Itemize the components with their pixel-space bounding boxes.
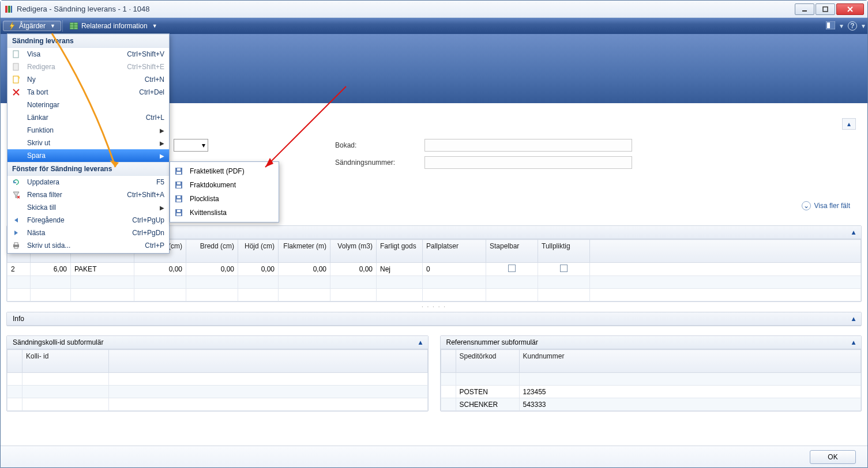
col-stapelbar[interactable]: Stapelbar: [486, 240, 538, 263]
col-farligt[interactable]: Farligt gods: [377, 240, 423, 263]
svg-rect-4: [823, 7, 828, 12]
svg-rect-27: [176, 213, 181, 216]
save-icon: [174, 167, 184, 176]
collapse-icon: ▴: [852, 315, 855, 323]
titlebar: Redigera - Sändning leverans - 1 · 1048: [1, 1, 867, 18]
col-kundnummer[interactable]: Kundnummer: [519, 350, 861, 373]
table-row[interactable]: [7, 289, 861, 301]
help-icon[interactable]: ?: [848, 21, 857, 31]
bokad-input[interactable]: [424, 139, 632, 152]
table-row[interactable]: 2 6,00 PAKET 0,00 0,00 0,00 0,00 0,00 Ne…: [7, 263, 861, 276]
maximize-button[interactable]: [816, 3, 835, 15]
menu-item-visa[interactable]: VisaCtrl+Shift+V: [7, 48, 169, 61]
page-icon: [11, 50, 21, 59]
svg-rect-19: [177, 168, 181, 171]
menu-item-skickatill[interactable]: Skicka till▶: [7, 201, 169, 214]
dropdown-field[interactable]: ▾: [174, 139, 208, 152]
menu-item-nasta[interactable]: NästaCtrl+PgDn: [7, 227, 169, 239]
menu-item-funktion[interactable]: Funktion▶: [7, 124, 169, 137]
svg-rect-24: [176, 199, 181, 202]
table-row[interactable]: [441, 373, 861, 386]
layout-icon[interactable]: [826, 21, 835, 31]
svg-rect-15: [14, 243, 18, 245]
submenu-item-plocklista[interactable]: Plocklista: [170, 192, 279, 206]
submenu-item-kvittenslista[interactable]: Kvittenslista: [170, 206, 279, 220]
actions-dropdown-menu: Sändning leverans VisaCtrl+Shift+V Redig…: [7, 33, 170, 254]
table-row[interactable]: [7, 276, 861, 289]
svg-rect-28: [177, 210, 181, 212]
sandningsnummer-input[interactable]: [424, 156, 632, 169]
ok-button[interactable]: OK: [810, 450, 856, 464]
referens-grid: Speditörkod Kundnummer POSTEN123455 SCHE…: [441, 349, 862, 411]
col-kolli-id[interactable]: Kolli- id: [22, 350, 109, 373]
submenu-label: Fraktetikett (PDF): [190, 167, 245, 175]
related-info-button[interactable]: Relaterad information ▼: [64, 21, 163, 31]
menu-item-skrivutsida[interactable]: Skriv ut sida...Ctrl+P: [7, 239, 169, 252]
sub2-header[interactable]: Referensnummer subformulär ▴: [441, 336, 862, 349]
svg-rect-2: [11, 6, 12, 13]
info-header[interactable]: Info ▴: [7, 312, 861, 326]
actions-label: Åtgärder: [19, 22, 46, 30]
window-buttons: [794, 3, 864, 15]
info-title: Info: [13, 315, 24, 323]
tullpliktig-checkbox[interactable]: [560, 265, 568, 272]
save-icon: [174, 194, 184, 203]
svg-rect-11: [13, 51, 18, 58]
edit-icon: [11, 62, 21, 71]
close-button[interactable]: [836, 3, 864, 15]
bolt-icon: [9, 22, 16, 30]
col-tullpliktig[interactable]: Tullpliktig: [538, 240, 590, 263]
col-bredd[interactable]: Bredd (cm): [186, 240, 238, 263]
menu-item-redigera[interactable]: RedigeraCtrl+Shift+E: [7, 61, 169, 73]
splitter-handle[interactable]: . . . . .: [6, 302, 862, 308]
spara-submenu: Fraktetikett (PDF) Fraktdokument Plockli…: [170, 161, 279, 222]
panel-collapse-button[interactable]: ▴: [842, 118, 856, 130]
col-pallplatser[interactable]: Pallplatser: [423, 240, 486, 263]
submenu-arrow-icon: ▶: [160, 140, 164, 146]
menu-item-foregaende[interactable]: FöregåendeCtrl+PgUp: [7, 214, 169, 227]
svg-rect-22: [177, 182, 181, 184]
submenu-item-fraktetikett[interactable]: Fraktetikett (PDF): [170, 164, 279, 178]
sub1-header[interactable]: Sändningskolli-id subformulär ▴: [7, 336, 428, 349]
svg-rect-1: [8, 6, 10, 13]
previous-icon: [11, 216, 21, 225]
menu-item-noteringar[interactable]: Noteringar: [7, 99, 169, 111]
ribbon-toolbar: Åtgärder ▼ Relaterad information ▼ ▾ ? ▾: [1, 18, 867, 34]
menu-item-rensafilter[interactable]: Rensa filterCtrl+Shift+A: [7, 188, 169, 201]
bokad-label: Bokad:: [335, 141, 424, 149]
submenu-item-fraktdokument[interactable]: Fraktdokument: [170, 178, 279, 192]
minimize-button[interactable]: [795, 3, 814, 15]
menu-item-uppdatera[interactable]: UppdateraF5: [7, 176, 169, 188]
print-icon: [11, 241, 21, 250]
svg-rect-18: [176, 172, 181, 174]
table-icon: [70, 22, 78, 29]
col-speditorkod[interactable]: Speditörkod: [456, 350, 519, 373]
menu-item-spara[interactable]: Spara▶: [7, 149, 169, 162]
sandningsnummer-label: Sändningsnummer:: [335, 158, 424, 167]
sub2-title: Referensnummer subformulär: [446, 338, 538, 346]
svg-rect-10: [827, 22, 830, 28]
show-more-fields-link[interactable]: ⌄ Visa fler fält: [802, 201, 850, 210]
caret-down-icon: ▼: [152, 23, 157, 29]
table-row[interactable]: SCHENKER543333: [441, 398, 861, 411]
caret-down-icon: ▼: [50, 23, 55, 29]
clear-filter-icon: [11, 190, 21, 199]
stapelbar-checkbox[interactable]: [508, 265, 516, 272]
menu-item-skrivut[interactable]: Skriv ut▶: [7, 137, 169, 149]
save-icon: [174, 208, 184, 217]
submenu-arrow-icon: ▶: [160, 127, 164, 134]
table-row[interactable]: [7, 398, 428, 411]
referensnummer-subform: Referensnummer subformulär ▴ Speditörkod…: [440, 335, 862, 412]
collapse-icon: ▴: [419, 338, 422, 346]
col-flakmeter[interactable]: Flakmeter (m): [279, 240, 330, 263]
col-volym[interactable]: Volym (m3): [330, 240, 377, 263]
menu-item-lankar[interactable]: LänkarCtrl+L: [7, 111, 169, 124]
table-row[interactable]: [7, 373, 428, 386]
table-row[interactable]: POSTEN123455: [441, 386, 861, 398]
table-row[interactable]: [7, 386, 428, 398]
col-hojd[interactable]: Höjd (cm): [238, 240, 279, 263]
actions-menu-button[interactable]: Åtgärder ▼: [3, 21, 61, 31]
menu-item-tabort[interactable]: Ta bortCtrl+Del: [7, 86, 169, 99]
menu-group-title: Sändning leverans: [7, 34, 169, 48]
menu-item-ny[interactable]: NyCtrl+N: [7, 73, 169, 86]
